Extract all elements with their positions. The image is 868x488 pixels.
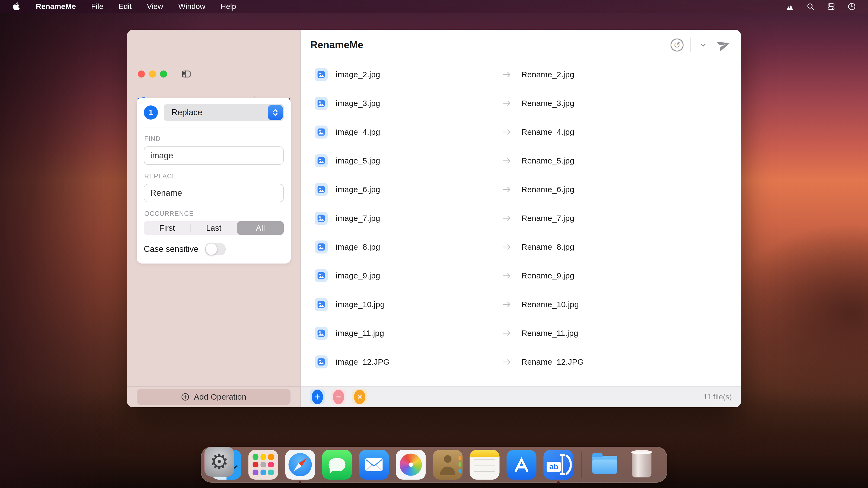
image-file-icon [315,183,328,196]
add-files-button[interactable] [310,389,325,404]
step-number-badge: 1 [144,105,158,120]
file-renamed-name: Rename_5.jpg [521,156,574,165]
file-row[interactable]: image_10.jpg Rename_10.jpg [301,290,741,319]
menu-item-edit[interactable]: Edit [119,2,131,11]
file-original-name: image_2.jpg [336,70,499,79]
running-indicator [557,481,560,484]
file-row[interactable]: image_4.jpg Rename_4.jpg [301,118,741,147]
file-original-name: image_4.jpg [336,127,499,137]
file-renamed-name: Rename_11.jpg [521,329,578,338]
dock-safari[interactable] [285,450,315,480]
image-file-icon [315,269,328,282]
dock-trash[interactable] [627,450,657,480]
file-row[interactable]: image_9.jpg Rename_9.jpg [301,261,741,290]
wallpaper-icon[interactable] [785,2,794,11]
case-sensitive-toggle[interactable] [205,243,226,255]
close-button[interactable] [138,70,145,77]
rename-arrow-icon [499,300,515,308]
file-row[interactable]: image_5.jpg Rename_5.jpg [301,147,741,175]
control-center-icon[interactable] [827,2,835,11]
image-file-icon [315,126,328,138]
add-operation-button[interactable]: Add Operation [137,389,290,405]
file-row[interactable]: image_12.JPG Rename_12.JPG [301,348,741,376]
remove-file-button[interactable] [331,389,346,404]
dock-mail[interactable] [359,450,389,480]
file-original-name: image_3.jpg [336,99,499,108]
replace-label: REPLACE [144,172,283,180]
run-rename-icon[interactable] [716,37,731,53]
operation-card: 1 Replace FIND REPLACE OCCURRENCE First … [137,98,291,263]
dock-photos[interactable] [396,450,426,480]
case-sensitive-label: Case sensitive [144,244,198,254]
dock-notes[interactable] [470,450,500,480]
undo-icon[interactable]: ↺ [671,38,684,52]
menu-item-view[interactable]: View [147,2,163,11]
menu-item-window[interactable]: Window [178,2,205,11]
renameme-window: Workflow Save Load 1 Replace [127,30,741,407]
dock-messages[interactable] [322,450,352,480]
menu-item-file[interactable]: File [91,2,103,11]
segment-first[interactable]: First [144,221,190,235]
dock-settings[interactable]: ⚙ [205,447,235,477]
segment-last[interactable]: Last [190,221,237,235]
add-operation-label: Add Operation [194,392,246,401]
main-header: RenameMe ↺ [301,30,741,60]
file-row[interactable]: image_2.jpg Rename_2.jpg [301,60,741,89]
minimize-button[interactable] [149,70,156,77]
menubar-app-name[interactable]: RenameMe [36,2,76,11]
rename-arrow-icon [499,70,515,78]
image-file-icon [315,68,328,81]
find-input[interactable] [144,147,284,165]
minus-icon [333,390,344,404]
file-row[interactable]: image_11.jpg Rename_11.jpg [301,319,741,348]
file-row[interactable]: image_7.jpg Rename_7.jpg [301,204,741,233]
window-controls [138,70,167,77]
clock-icon[interactable] [847,2,856,11]
running-indicator [299,481,301,484]
rename-arrow-icon [499,128,515,136]
rename-arrow-icon [499,99,515,107]
clear-files-button[interactable] [352,389,367,404]
toggle-knob [206,243,217,255]
sidebar-toggle-icon[interactable] [181,69,191,79]
dock-launchpad[interactable] [248,450,278,480]
menu-bar: RenameMe File Edit View Window Help [0,0,868,13]
dock-appstore[interactable] [507,450,536,480]
file-renamed-name: Rename_6.jpg [521,185,574,194]
file-original-name: image_10.jpg [336,300,499,309]
image-file-icon [315,240,328,254]
image-file-icon [315,355,328,368]
dock-renameme[interactable]: ab [544,450,574,480]
dock-downloads-folder[interactable] [590,450,620,480]
plus-icon [312,390,323,404]
file-row[interactable]: image_3.jpg Rename_3.jpg [301,89,741,118]
replace-input[interactable] [144,184,284,202]
image-file-icon [315,327,328,340]
file-row[interactable]: image_8.jpg Rename_8.jpg [301,233,741,261]
search-icon[interactable] [806,2,815,11]
operation-type-dropdown[interactable]: Replace [164,104,284,121]
find-label: FIND [144,135,283,142]
rename-arrow-icon [499,157,515,165]
file-renamed-name: Rename_10.jpg [521,300,579,309]
zoom-button[interactable] [160,70,167,77]
file-renamed-name: Rename_7.jpg [521,214,574,223]
file-renamed-name: Rename_9.jpg [521,271,574,280]
dock-contacts[interactable] [433,450,463,480]
segment-all[interactable]: All [237,221,284,235]
file-renamed-name: Rename_12.JPG [521,357,584,366]
apple-menu-icon[interactable] [12,2,21,11]
file-row[interactable]: image_6.jpg Rename_6.jpg [301,175,741,204]
header-divider [690,38,691,52]
rename-arrow-icon [499,214,515,222]
file-original-name: image_6.jpg [336,185,499,194]
file-original-name: image_11.jpg [336,329,499,338]
x-icon [354,390,365,404]
chevron-down-icon[interactable] [697,39,709,51]
rename-arrow-icon [499,272,515,280]
occurrence-label: OCCURRENCE [144,210,283,218]
menu-item-help[interactable]: Help [220,2,236,11]
page-title: RenameMe [310,39,363,51]
renameme-icon-text: ab [547,462,561,472]
main-footer: 11 file(s) [301,386,741,407]
